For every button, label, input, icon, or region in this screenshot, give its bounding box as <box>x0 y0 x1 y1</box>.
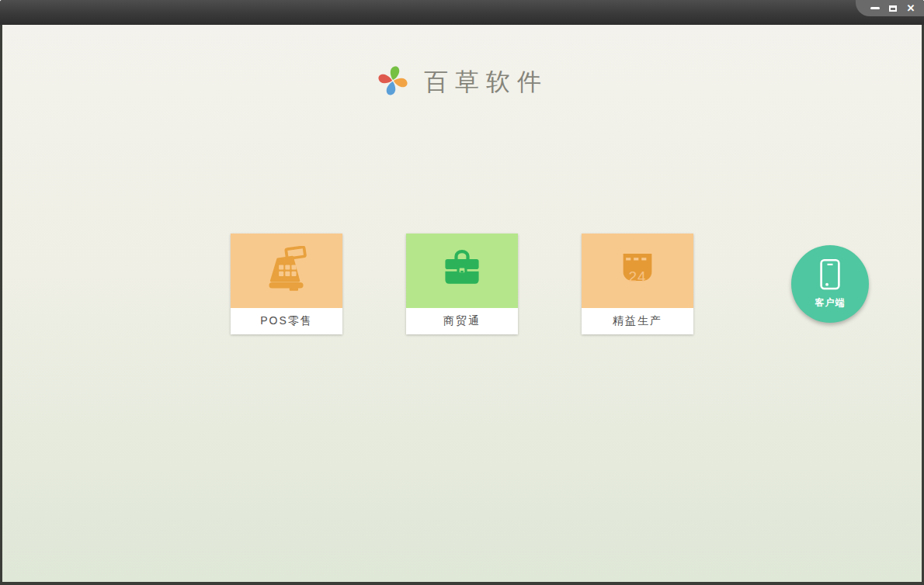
smartphone-icon <box>819 258 841 294</box>
minimize-icon <box>870 7 880 9</box>
client-button-label: 客户端 <box>815 296 846 310</box>
product-label-pos: POS零售 <box>231 308 342 334</box>
minimize-button[interactable] <box>870 3 881 14</box>
calendar-icon: 24 <box>616 248 659 294</box>
product-label-lean: 精益生产 <box>582 308 693 334</box>
product-card-pos[interactable]: POS零售 <box>231 234 342 334</box>
maximize-icon <box>889 5 897 12</box>
app-title: 百草软件 <box>424 66 548 99</box>
titlebar[interactable]: ✕ <box>0 0 924 25</box>
product-card-trade[interactable]: 商贸通 <box>406 234 518 334</box>
product-card-lean[interactable]: 24 精益生产 <box>582 234 693 334</box>
maximize-button[interactable] <box>888 3 898 14</box>
briefcase-icon <box>439 246 485 296</box>
pos-tile <box>231 234 342 308</box>
pinwheel-logo-icon <box>376 64 410 101</box>
brand-header: 百草软件 <box>2 64 922 101</box>
client-app-button[interactable]: 客户端 <box>791 245 869 323</box>
lean-tile: 24 <box>582 234 693 308</box>
window-controls: ✕ <box>856 0 924 16</box>
trade-tile <box>406 234 518 308</box>
app-window: ✕ 百草软件 <box>0 0 924 585</box>
close-icon: ✕ <box>907 3 915 14</box>
cash-register-icon <box>263 246 310 296</box>
close-button[interactable]: ✕ <box>905 3 916 14</box>
main-content: 百草软件 <box>2 25 922 582</box>
product-label-trade: 商贸通 <box>406 308 518 334</box>
